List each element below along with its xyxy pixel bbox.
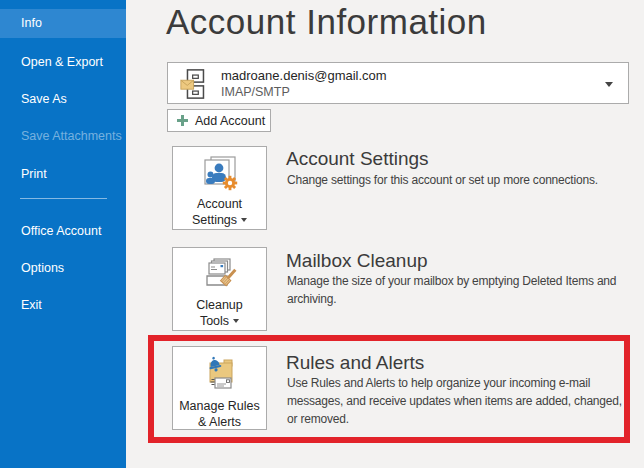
sidebar-item-save-attachments: Save Attachments [0, 123, 126, 149]
cleanup-tools-button-label-line1: Cleanup [196, 297, 243, 313]
rules-alerts-description: Use Rules and Alerts to help organize yo… [287, 374, 622, 428]
chevron-down-icon [241, 218, 247, 222]
sidebar-item-exit[interactable]: Exit [0, 292, 126, 318]
add-account-button[interactable]: Add Account [167, 109, 271, 132]
rules-alerts-heading: Rules and Alerts [286, 351, 424, 375]
mailbox-cleanup-description: Manage the size of your mailbox by empty… [287, 272, 616, 308]
sidebar-item-office-account[interactable]: Office Account [0, 218, 126, 244]
add-account-label: Add Account [195, 114, 265, 128]
backstage-sidebar: Info Open & Export Save As Save Attachme… [0, 0, 126, 468]
dropdown-arrow-icon[interactable] [605, 82, 613, 87]
account-email: madroane.denis@gmail.com [221, 68, 387, 83]
plus-icon [176, 114, 189, 127]
account-settings-description: Change settings for this account or set … [287, 171, 598, 189]
people-gear-icon [201, 156, 239, 196]
sidebar-item-open-export[interactable]: Open & Export [0, 49, 126, 75]
envelopes-broom-icon [201, 257, 239, 297]
chevron-down-icon [233, 319, 239, 323]
cleanup-tools-button-label-line2: Tools [200, 314, 229, 328]
page-title: Account Information [166, 2, 487, 42]
cleanup-tools-button[interactable]: Cleanup Tools [172, 247, 267, 331]
sidebar-divider [20, 198, 107, 199]
outlook-backstage-info-view: Info Open & Export Save As Save Attachme… [0, 0, 644, 468]
sidebar-item-info[interactable]: Info [0, 9, 126, 38]
file-cabinet-envelope-icon [179, 68, 211, 104]
manage-rules-button-label-line2: & Alerts [198, 414, 241, 430]
account-settings-button-label-line1: Account [197, 196, 242, 212]
account-protocol: IMAP/SMTP [221, 85, 290, 99]
manage-rules-alerts-button[interactable]: Manage Rules & Alerts [172, 346, 267, 430]
mailbox-cleanup-heading: Mailbox Cleanup [286, 249, 428, 273]
sidebar-item-save-as[interactable]: Save As [0, 86, 126, 112]
account-settings-button[interactable]: Account Settings [172, 146, 267, 230]
sidebar-item-options[interactable]: Options [0, 255, 126, 281]
account-settings-heading: Account Settings [286, 147, 429, 171]
account-settings-button-label-line2: Settings [192, 213, 237, 227]
manage-rules-button-label-line1: Manage Rules [179, 398, 260, 414]
account-selector-dropdown[interactable]: madroane.denis@gmail.com IMAP/SMTP [167, 62, 629, 104]
sidebar-item-print[interactable]: Print [0, 161, 126, 187]
folder-bell-envelope-icon [201, 356, 239, 398]
